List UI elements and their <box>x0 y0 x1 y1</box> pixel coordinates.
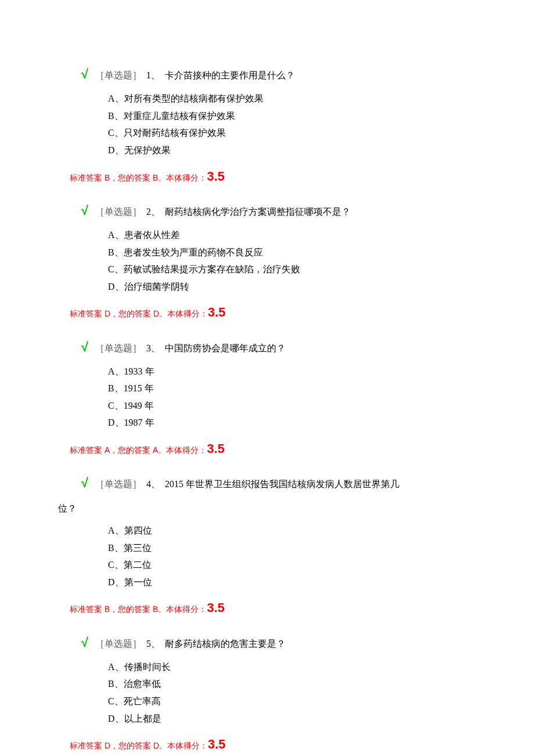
option: C、第二位 <box>108 557 464 573</box>
option: B、对重症儿童结核有保护效果 <box>108 109 464 124</box>
answer-prefix: 标准答案 D，您的答案 D。本体得分： <box>70 309 208 318</box>
question-block: √ ［单选题］ 2、 耐药结核病化学治疗方案调整指征哪项不是？ A、患者依从性差… <box>70 200 464 323</box>
question-text: 2015 年世界卫生组织报告我国结核病发病人数居世界第几 <box>165 479 399 489</box>
option: A、患者依从性差 <box>108 228 464 243</box>
answer-score: 3.5 <box>208 305 226 319</box>
check-icon: √ <box>81 632 88 653</box>
option: A、1933 年 <box>108 364 464 379</box>
answer-line: 标准答案 B，您的答案 B。本体得分：3.5 <box>70 166 464 186</box>
answer-score: 3.5 <box>207 441 225 456</box>
answer-prefix: 标准答案 B，您的答案 B。本体得分： <box>70 604 207 614</box>
question-block: √ ［单选题］ 3、 中国防痨协会是哪年成立的？ A、1933 年 B、1915… <box>70 337 464 459</box>
check-icon: √ <box>81 337 88 357</box>
question-block: √ ［单选题］ 5、 耐多药结核病的危害主要是？ A、传播时间长 B、治愈率低 … <box>70 632 464 755</box>
question-block: √ ［单选题］ 1、 卡介苗接种的主要作用是什么？ A、对所有类型的结核病都有保… <box>70 64 464 186</box>
question-number: 2、 <box>146 207 160 217</box>
answer-score: 3.5 <box>207 600 225 615</box>
option: D、以上都是 <box>108 711 464 726</box>
answer-line: 标准答案 A，您的答案 A。本体得分：3.5 <box>70 438 464 459</box>
option: C、只对耐药结核有保护效果 <box>108 125 464 141</box>
options-list: A、对所有类型的结核病都有保护效果 B、对重症儿童结核有保护效果 C、只对耐药结… <box>108 91 464 157</box>
question-number: 5、 <box>146 639 160 649</box>
option: D、无保护效果 <box>108 143 464 158</box>
check-icon: √ <box>81 200 88 221</box>
question-header: √ ［单选题］ 3、 中国防痨协会是哪年成立的？ <box>81 337 464 357</box>
answer-line: 标准答案 B，您的答案 B。本体得分：3.5 <box>70 597 464 618</box>
answer-line: 标准答案 D，您的答案 D。本体得分：3.5 <box>70 302 464 322</box>
answer-prefix: 标准答案 A，您的答案 A。本体得分： <box>70 445 207 455</box>
option: D、第一位 <box>108 575 464 590</box>
option: B、第三位 <box>108 541 464 556</box>
answer-score: 3.5 <box>208 737 226 751</box>
question-header: √ ［单选题］ 2、 耐药结核病化学治疗方案调整指征哪项不是？ <box>81 200 464 221</box>
option: B、患者发生较为严重的药物不良反应 <box>108 245 464 260</box>
option: A、对所有类型的结核病都有保护效果 <box>108 91 464 106</box>
option: C、死亡率高 <box>108 694 464 709</box>
question-tag: ［单选题］ <box>95 639 142 649</box>
answer-score: 3.5 <box>207 169 225 183</box>
answer-prefix: 标准答案 D，您的答案 D。本体得分： <box>70 741 208 750</box>
question-number: 1、 <box>146 70 160 80</box>
option: B、治愈率低 <box>108 676 464 692</box>
check-icon: √ <box>81 473 88 493</box>
question-header: √ ［单选题］ 1、 卡介苗接种的主要作用是什么？ <box>81 64 464 84</box>
option: C、药敏试验结果提示方案存在缺陷，治疗失败 <box>108 262 464 277</box>
answer-line: 标准答案 D，您的答案 D。本体得分：3.5 <box>70 734 464 754</box>
question-header: √ ［单选题］ 4、 2015 年世界卫生组织报告我国结核病发病人数居世界第几 <box>81 473 464 494</box>
question-tag: ［单选题］ <box>95 343 142 353</box>
question-text: 耐药结核病化学治疗方案调整指征哪项不是？ <box>165 207 351 217</box>
option: A、传播时间长 <box>108 660 464 675</box>
option: D、1987 年 <box>108 415 464 430</box>
options-list: A、传播时间长 B、治愈率低 C、死亡率高 D、以上都是 <box>108 660 464 726</box>
question-number: 4、 <box>146 479 160 489</box>
check-icon: √ <box>81 64 88 84</box>
question-text: 中国防痨协会是哪年成立的？ <box>165 343 286 353</box>
options-list: A、患者依从性差 B、患者发生较为严重的药物不良反应 C、药敏试验结果提示方案存… <box>108 228 464 294</box>
question-tag: ［单选题］ <box>95 479 142 489</box>
options-list: A、1933 年 B、1915 年 C、1949 年 D、1987 年 <box>108 364 464 430</box>
option: B、1915 年 <box>108 381 464 396</box>
question-block: √ ［单选题］ 4、 2015 年世界卫生组织报告我国结核病发病人数居世界第几 … <box>70 473 464 618</box>
options-list: A、第四位 B、第三位 C、第二位 D、第一位 <box>108 523 464 589</box>
answer-prefix: 标准答案 B，您的答案 B。本体得分： <box>70 173 207 182</box>
question-text-continued: 位？ <box>58 501 464 516</box>
question-text: 耐多药结核病的危害主要是？ <box>165 639 286 649</box>
option: A、第四位 <box>108 523 464 538</box>
question-tag: ［单选题］ <box>95 207 142 217</box>
option: C、1949 年 <box>108 398 464 413</box>
option: D、治疗细菌学阴转 <box>108 279 464 294</box>
question-header: √ ［单选题］ 5、 耐多药结核病的危害主要是？ <box>81 632 464 653</box>
question-text: 卡介苗接种的主要作用是什么？ <box>165 70 295 80</box>
question-tag: ［单选题］ <box>95 70 142 80</box>
question-number: 3、 <box>146 343 160 353</box>
